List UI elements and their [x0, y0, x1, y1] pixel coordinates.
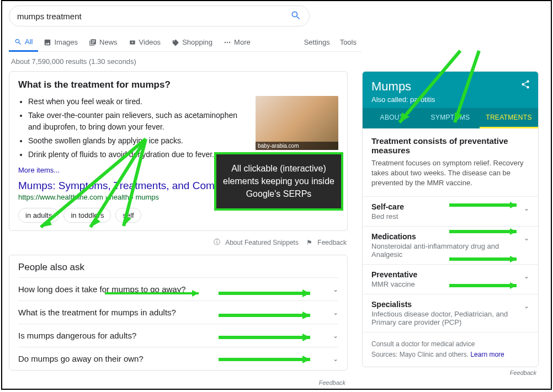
svg-marker-16	[302, 312, 310, 319]
svg-marker-8	[124, 216, 131, 226]
svg-line-3	[41, 139, 146, 227]
svg-marker-20	[302, 356, 310, 363]
svg-marker-26	[510, 228, 517, 235]
svg-marker-28	[510, 256, 517, 262]
svg-marker-18	[302, 334, 310, 341]
svg-marker-14	[302, 289, 310, 297]
svg-marker-30	[510, 282, 517, 289]
svg-line-11	[455, 51, 479, 122]
svg-line-9	[400, 51, 460, 122]
svg-marker-24	[510, 202, 517, 208]
svg-line-7	[124, 139, 146, 226]
svg-marker-22	[192, 290, 199, 297]
svg-line-5	[91, 139, 146, 227]
svg-marker-12	[455, 112, 462, 122]
annotation-callout: All clickable (interactive) elements kee…	[214, 152, 343, 211]
